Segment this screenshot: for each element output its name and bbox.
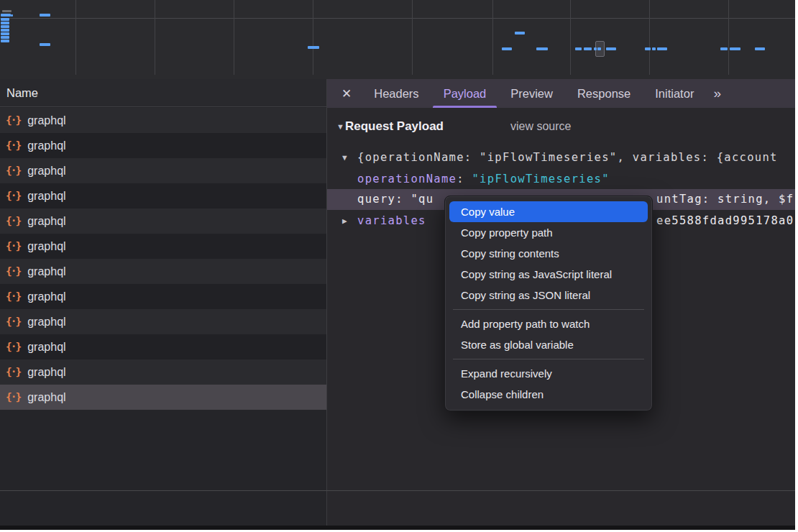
close-icon[interactable]: ✕ xyxy=(331,79,362,108)
tabs-container: HeadersPayloadPreviewResponseInitiator xyxy=(362,79,706,108)
json-braces-icon: {·} xyxy=(6,165,20,176)
menu-item-copy-string-contents[interactable]: Copy string contents xyxy=(445,243,652,264)
timeline-request-bar[interactable] xyxy=(1,29,9,32)
operation-name-row[interactable]: operationName: "ipFlowTimeseries" xyxy=(327,169,795,190)
tab-payload[interactable]: Payload xyxy=(431,79,499,108)
menu-separator xyxy=(453,309,644,310)
request-name-label: graphql xyxy=(27,190,65,203)
menu-item-copy-value[interactable]: Copy value xyxy=(449,201,648,222)
menu-item-expand-recursively[interactable]: Expand recursively xyxy=(445,363,652,384)
timeline-request-bar[interactable] xyxy=(584,47,592,50)
timeline-request-bar[interactable] xyxy=(1,22,9,24)
timeline-request-bar[interactable] xyxy=(502,47,512,50)
request-row[interactable]: {·}graphql xyxy=(0,259,326,284)
timeline-request-bar[interactable] xyxy=(2,10,12,12)
request-row[interactable]: {·}graphql xyxy=(0,133,326,158)
menu-item-copy-string-as-json-literal[interactable]: Copy string as JSON literal xyxy=(445,285,652,306)
timeline-request-bar[interactable] xyxy=(11,14,13,17)
name-column-header[interactable]: Name xyxy=(0,79,326,107)
request-row[interactable]: {·}graphql xyxy=(0,309,326,334)
view-source-link[interactable]: view source xyxy=(510,120,571,133)
timeline-request-bar[interactable] xyxy=(575,47,582,50)
timeline-request-bar[interactable] xyxy=(1,18,9,21)
timeline-request-bar[interactable] xyxy=(606,47,616,50)
more-tabs-icon[interactable]: » xyxy=(706,79,727,108)
request-name-label: graphql xyxy=(27,265,65,278)
timeline-request-bar[interactable] xyxy=(1,36,9,39)
menu-item-add-property-path-to-watch[interactable]: Add property path to watch xyxy=(445,313,652,334)
timeline-request-bar[interactable] xyxy=(645,47,651,50)
overview-gridline-vertical xyxy=(155,0,155,75)
timeline-request-bar[interactable] xyxy=(308,46,319,49)
timeline-request-bar[interactable] xyxy=(657,47,667,50)
timeline-request-bar[interactable] xyxy=(597,47,601,50)
operation-value: "ipFlowTimeseries" xyxy=(472,173,609,185)
json-braces-icon: {·} xyxy=(6,139,20,151)
query-key: query xyxy=(357,193,395,206)
payload-preview-text: {operationName: "ipFlowTimeseries", vari… xyxy=(357,147,778,168)
network-overview[interactable] xyxy=(0,0,795,79)
request-table-panel: Name {·}graphql{·}graphql{·}graphql{·}gr… xyxy=(0,79,326,530)
request-row[interactable]: {·}graphql xyxy=(0,334,326,359)
overview-gridline-vertical xyxy=(570,0,571,75)
json-braces-icon: {·} xyxy=(6,316,20,327)
request-row[interactable]: {·}graphql xyxy=(0,108,326,133)
timeline-request-bar[interactable] xyxy=(40,43,50,46)
request-name-label: graphql xyxy=(27,290,65,303)
variables-key: variables xyxy=(357,214,426,227)
section-disclosure-icon[interactable]: ▼ xyxy=(336,122,344,131)
root-disclosure-icon[interactable]: ▼ xyxy=(342,147,347,168)
request-name-label: graphql xyxy=(27,316,65,329)
request-payload-section: ▼ Request Payload view source xyxy=(327,119,795,135)
timeline-request-bar[interactable] xyxy=(536,47,548,50)
request-name-label: graphql xyxy=(27,391,65,404)
request-row[interactable]: {·}graphql xyxy=(0,183,326,208)
timeline-request-bar[interactable] xyxy=(755,47,765,50)
tab-headers[interactable]: Headers xyxy=(362,79,431,108)
timeline-request-bar[interactable] xyxy=(594,47,597,50)
request-row[interactable]: {·}graphql xyxy=(0,359,326,385)
overview-gridline-vertical xyxy=(234,0,234,75)
request-list: {·}graphql{·}graphql{·}graphql{·}graphql… xyxy=(0,108,326,410)
timeline-request-bar[interactable] xyxy=(40,14,50,17)
request-name-label: graphql xyxy=(27,341,65,354)
overview-gridline-vertical xyxy=(313,0,313,75)
timeline-request-bar[interactable] xyxy=(1,14,11,17)
menu-item-copy-string-as-javascript-literal[interactable]: Copy string as JavaScript literal xyxy=(445,264,652,285)
query-separator: : xyxy=(395,193,411,206)
timeline-request-bar[interactable] xyxy=(515,32,525,35)
tab-preview[interactable]: Preview xyxy=(498,79,565,108)
json-braces-icon: {·} xyxy=(6,240,20,252)
section-title: Request Payload xyxy=(345,119,444,134)
menu-item-collapse-children[interactable]: Collapse children xyxy=(445,384,652,405)
query-value-right: untTag: string, $f xyxy=(656,189,794,210)
tab-response[interactable]: Response xyxy=(565,79,643,108)
request-name-label: graphql xyxy=(27,240,65,253)
request-row[interactable]: {·}graphql xyxy=(0,234,326,259)
timeline-request-bar[interactable] xyxy=(720,47,728,50)
menu-item-copy-property-path[interactable]: Copy property path xyxy=(445,222,652,243)
timeline-request-bar[interactable] xyxy=(1,25,9,28)
json-braces-icon: {·} xyxy=(6,366,20,377)
overview-gridline-vertical xyxy=(75,0,76,75)
request-name-label: graphql xyxy=(27,366,65,379)
timeline-request-bar[interactable] xyxy=(730,47,740,50)
timeline-request-bar[interactable] xyxy=(1,32,9,35)
request-row[interactable]: {·}graphql xyxy=(0,208,326,234)
json-braces-icon: {·} xyxy=(6,290,20,302)
devtools-window: Name {·}graphql{·}graphql{·}graphql{·}gr… xyxy=(0,0,795,530)
request-row[interactable]: {·}graphql xyxy=(0,385,326,410)
request-row[interactable]: {·}graphql xyxy=(0,284,326,309)
bottom-edge-strip xyxy=(0,526,795,530)
json-braces-icon: {·} xyxy=(6,114,20,126)
tab-initiator[interactable]: Initiator xyxy=(643,79,706,108)
menu-item-store-as-global-variable[interactable]: Store as global variable xyxy=(445,334,652,355)
context-menu: Copy valueCopy property pathCopy string … xyxy=(444,196,653,411)
timeline-request-bar[interactable] xyxy=(652,47,656,50)
variables-disclosure-icon[interactable]: ▶ xyxy=(342,211,347,231)
timeline-request-bar[interactable] xyxy=(1,40,9,42)
payload-root-row[interactable]: ▼ {operationName: "ipFlowTimeseries", va… xyxy=(327,147,795,168)
overview-gridline-vertical xyxy=(728,0,729,75)
request-row[interactable]: {·}graphql xyxy=(0,158,326,183)
overview-gridline-vertical xyxy=(412,0,413,75)
